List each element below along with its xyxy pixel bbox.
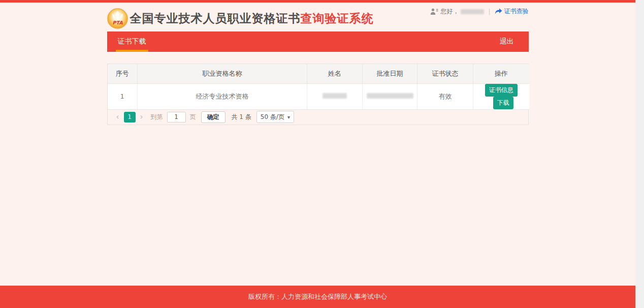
goto-page-label: 到第 — [151, 113, 163, 121]
redacted-date — [367, 93, 413, 99]
certificate-info-button[interactable]: 证书信息 — [485, 84, 518, 97]
cell-date — [363, 83, 417, 109]
page-size-value: 50 条/页 — [261, 113, 284, 121]
page-footer: 版权所有：人力资源和社会保障部人事考试中心 — [0, 286, 635, 308]
pta-logo-text: PTA — [112, 20, 123, 25]
page-number-input[interactable] — [167, 112, 186, 122]
certificate-verify-link[interactable]: 证书查验 — [495, 7, 529, 16]
pta-logo-icon: PTA — [107, 8, 128, 29]
greeting-text: 您好， — [440, 7, 459, 16]
col-header-status: 证书状态 — [417, 64, 473, 83]
page-size-select[interactable]: 50 条/页 ▾ — [256, 111, 294, 123]
scrollbar-track[interactable] — [635, 0, 644, 308]
cell-qualification: 经济专业技术资格 — [138, 83, 307, 109]
certificate-verify-label: 证书查验 — [504, 7, 529, 16]
logout-button[interactable]: 退出 — [500, 37, 514, 46]
share-arrow-icon[interactable] — [495, 8, 502, 15]
page-title: 全国专业技术人员职业资格证书查询验证系统 — [130, 11, 374, 26]
user-info: 您好， | 证书查验 — [430, 7, 528, 16]
cell-status: 有效 — [417, 83, 473, 109]
col-header-name: 姓名 — [307, 64, 363, 83]
cell-actions: 证书信息 下载 — [473, 83, 529, 109]
page: PTA 全国专业技术人员职业资格证书查询验证系统 您好， | — [0, 0, 635, 308]
separator: | — [488, 8, 490, 15]
col-header-index: 序号 — [108, 64, 138, 83]
cell-index: 1 — [108, 83, 138, 109]
col-header-actions: 操作 — [473, 64, 529, 83]
col-header-qualification: 职业资格名称 — [138, 64, 307, 83]
col-header-date: 批准日期 — [363, 64, 417, 83]
download-button[interactable]: 下载 — [493, 97, 513, 109]
cell-name — [307, 83, 363, 109]
page-unit-label: 页 — [190, 113, 196, 121]
chevron-down-icon: ▾ — [287, 114, 290, 120]
certificate-table: 序号 职业资格名称 姓名 批准日期 证书状态 操作 1 经济专业技术资格 有效 … — [108, 64, 529, 110]
page-title-main: 全国专业技术人员职业资格证书 — [130, 12, 301, 25]
copyright-text: 版权所有：人力资源和社会保障部人事考试中心 — [248, 292, 387, 301]
user-icon — [430, 8, 438, 15]
table-header-row: 序号 职业资格名称 姓名 批准日期 证书状态 操作 — [108, 64, 529, 83]
page-title-accent: 查询验证系统 — [301, 12, 374, 25]
main-nav: 证书下载 退出 — [107, 32, 529, 52]
certificate-table-panel: 序号 职业资格名称 姓名 批准日期 证书状态 操作 1 经济专业技术资格 有效 … — [107, 64, 529, 125]
tab-certificate-download[interactable]: 证书下载 — [107, 32, 157, 52]
prev-page-icon[interactable]: ‹ — [114, 113, 122, 121]
tab-certificate-download-label: 证书下载 — [118, 37, 146, 46]
total-count-label: 共 1 条 — [232, 113, 251, 121]
active-tab-indicator — [116, 50, 148, 52]
redacted-user-name — [461, 9, 484, 14]
current-page-button[interactable]: 1 — [124, 112, 136, 122]
brand: PTA 全国专业技术人员职业资格证书查询验证系统 — [107, 8, 374, 29]
redacted-name — [323, 93, 347, 99]
next-page-icon[interactable]: › — [138, 113, 146, 121]
table-row: 1 经济专业技术资格 有效 证书信息 下载 — [108, 83, 529, 109]
site-header: PTA 全国专业技术人员职业资格证书查询验证系统 您好， | — [0, 3, 635, 32]
pagination-bar: ‹ 1 › 到第 页 确定 共 1 条 50 条/页 ▾ — [108, 110, 528, 125]
confirm-page-button[interactable]: 确定 — [201, 111, 226, 123]
